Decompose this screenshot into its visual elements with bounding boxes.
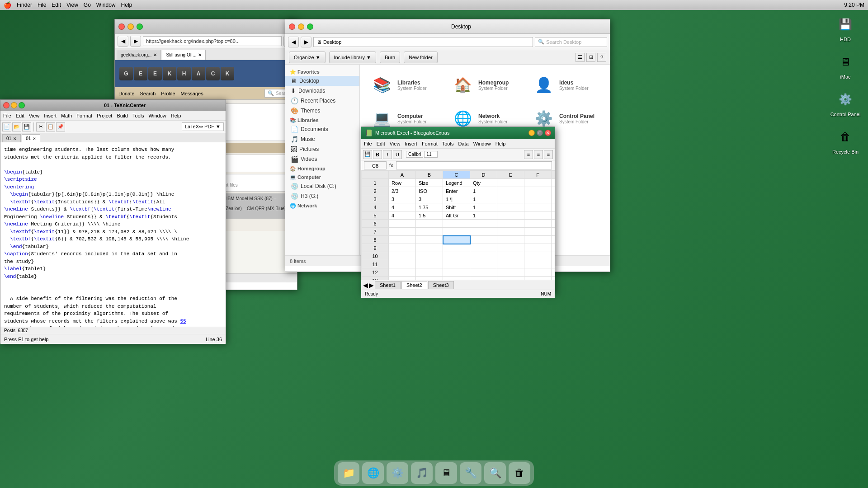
paste-btn[interactable]: 📌 [56, 122, 65, 131]
formula-input[interactable] [396, 161, 552, 169]
cell-c1[interactable]: Legend [443, 179, 470, 187]
open-btn[interactable]: 📂 [12, 122, 21, 131]
sidebar-item-videos[interactable]: 🎬 Videos [285, 154, 359, 164]
homegroup-header[interactable]: 🏠 Homegroup [285, 164, 359, 173]
cell-d8[interactable] [470, 236, 497, 244]
texnic-tab-2[interactable]: 01 ✕ [22, 134, 40, 142]
align-right-btn[interactable]: ≡ [544, 150, 553, 159]
new-btn[interactable]: 📄 [2, 122, 11, 131]
address-bar[interactable]: 🖥 Desktop [313, 37, 533, 47]
cell-d5[interactable]: 1 [470, 211, 497, 220]
desktop-icon-recycle-bin[interactable]: 🗑 Recycle Bin [827, 126, 863, 155]
tab1-close-icon[interactable]: ✕ [13, 136, 17, 141]
cell-a8[interactable] [389, 236, 416, 244]
dock-item-imac[interactable]: 🖥 [435, 462, 457, 484]
computer-header[interactable]: 💻 Computer [285, 173, 359, 181]
dock-item-tools[interactable]: 🔧 [460, 462, 481, 484]
texnic-tab-1[interactable]: 01 ✕ [2, 134, 21, 142]
cell-b3[interactable]: 3 [416, 195, 443, 203]
cell-c8-selected[interactable] [443, 236, 470, 244]
cell-c3[interactable]: 1 \| [443, 195, 470, 203]
align-left-btn[interactable]: ≡ [524, 150, 533, 159]
col-header-g[interactable]: G [552, 171, 555, 179]
texnic-menu-edit[interactable]: Edit [16, 113, 24, 118]
sidebar-item-documents[interactable]: 📄 Documents [285, 124, 359, 134]
cell-f2[interactable] [524, 187, 552, 195]
excel-menu-format[interactable]: Format [422, 141, 438, 146]
sheet-tab-3[interactable]: Sheet3 [428, 281, 454, 289]
cell-g2[interactable] [552, 187, 555, 195]
excel-menu-window[interactable]: Window [473, 141, 491, 146]
cell-e1[interactable] [497, 179, 524, 187]
desktop-icon-imac[interactable]: 🖥 iMac [827, 51, 863, 80]
cell-a5[interactable]: 4 [389, 211, 416, 220]
cell-e3[interactable] [497, 195, 524, 203]
browser-address-bar[interactable]: https://geekhack.org/index.php?topic=80.… [143, 36, 282, 46]
forum-nav-messages[interactable]: Messages [181, 91, 203, 96]
cell-a3[interactable]: 3 [389, 195, 416, 203]
sidebar-item-themes[interactable]: 🎨 Themes [285, 106, 359, 116]
browser-minimize-button[interactable] [127, 23, 134, 30]
col-header-d[interactable]: D [470, 171, 497, 179]
sidebar-item-local-disk[interactable]: 💿 Local Disk (C:) [285, 181, 359, 191]
excel-menu-view[interactable]: View [390, 141, 401, 146]
cell-b5[interactable]: 1.5 [416, 211, 443, 220]
excel-underline-btn[interactable]: U [393, 150, 402, 159]
explorer-close-button[interactable] [289, 23, 295, 30]
cell-b7[interactable] [416, 228, 443, 236]
col-header-a[interactable]: A [389, 171, 416, 179]
texnic-menu-build[interactable]: Build [117, 113, 127, 118]
cell-a7[interactable] [389, 228, 416, 236]
texnic-menu-math[interactable]: Math [61, 113, 72, 118]
cell-c6[interactable] [443, 220, 470, 228]
cell-b8[interactable] [416, 236, 443, 244]
cell-d6[interactable] [470, 220, 497, 228]
texnic-menu-tools[interactable]: Tools [132, 113, 144, 118]
include-library-button[interactable]: Include library ▼ [329, 52, 376, 63]
sidebar-item-recent-places[interactable]: 🕒 Recent Places [285, 96, 359, 106]
cell-e5[interactable] [497, 211, 524, 220]
folder-libraries[interactable]: 📚 Libraries System Folder [367, 72, 441, 98]
file-menu[interactable]: File [38, 2, 46, 8]
cell-c5[interactable]: Alt Gr [443, 211, 470, 220]
folder-homegroup[interactable]: 🏠 Homegroup System Folder [448, 72, 522, 98]
col-header-c[interactable]: C [443, 171, 470, 179]
texnic-close-button[interactable] [3, 102, 9, 108]
sheet-scroll-left[interactable]: ◀ [363, 282, 368, 289]
dock-item-system-prefs[interactable]: ⚙️ [387, 462, 408, 484]
back-button[interactable]: ◀ [288, 37, 299, 47]
cell-b1[interactable]: Size [416, 179, 443, 187]
cell-a1[interactable]: Row [389, 179, 416, 187]
cell-c7[interactable] [443, 228, 470, 236]
cell-reference[interactable]: C8 [364, 161, 387, 169]
cell-f4[interactable] [524, 203, 552, 211]
go-menu[interactable]: Go [84, 2, 91, 8]
sheet-scroll-right[interactable]: ▶ [369, 282, 374, 289]
browser-tab-1[interactable]: geekhack.org... ✕ [117, 50, 161, 60]
cell-a9[interactable] [389, 244, 416, 252]
cell-f1[interactable] [524, 179, 552, 187]
dock-item-finder[interactable]: 📁 [338, 462, 359, 484]
help-button[interactable]: ? [597, 53, 606, 62]
explorer-maximize-button[interactable] [307, 23, 313, 30]
texnic-maximize-button[interactable] [19, 102, 25, 108]
excel-minimize-button[interactable] [528, 130, 535, 136]
sidebar-item-downloads[interactable]: ⬇ Downloads [285, 86, 359, 96]
excel-save-btn[interactable]: 💾 [363, 150, 372, 159]
forum-nav-profile[interactable]: Profile [161, 91, 175, 96]
cell-g1[interactable] [552, 179, 555, 187]
excel-menu-help[interactable]: Help [495, 141, 506, 146]
window-menu[interactable]: Window [96, 2, 116, 8]
explorer-minimize-button[interactable] [298, 23, 304, 30]
dock-item-safari[interactable]: 🌐 [362, 462, 384, 484]
cell-a4[interactable]: 4 [389, 203, 416, 211]
texnic-menu-help[interactable]: Help [171, 113, 181, 118]
tab2-close-icon[interactable]: ✕ [198, 52, 202, 57]
forum-nav-donate[interactable]: Donate [118, 91, 134, 96]
help-menu[interactable]: Help [121, 2, 132, 8]
sidebar-item-h3[interactable]: 💿 H3 (G:) [285, 191, 359, 201]
latex-format-select[interactable]: LaTeX⇔ PDF ▼ [182, 122, 224, 131]
cell-e2[interactable] [497, 187, 524, 195]
organize-button[interactable]: Organize ▼ [289, 52, 326, 63]
align-center-btn[interactable]: ≡ [534, 150, 543, 159]
